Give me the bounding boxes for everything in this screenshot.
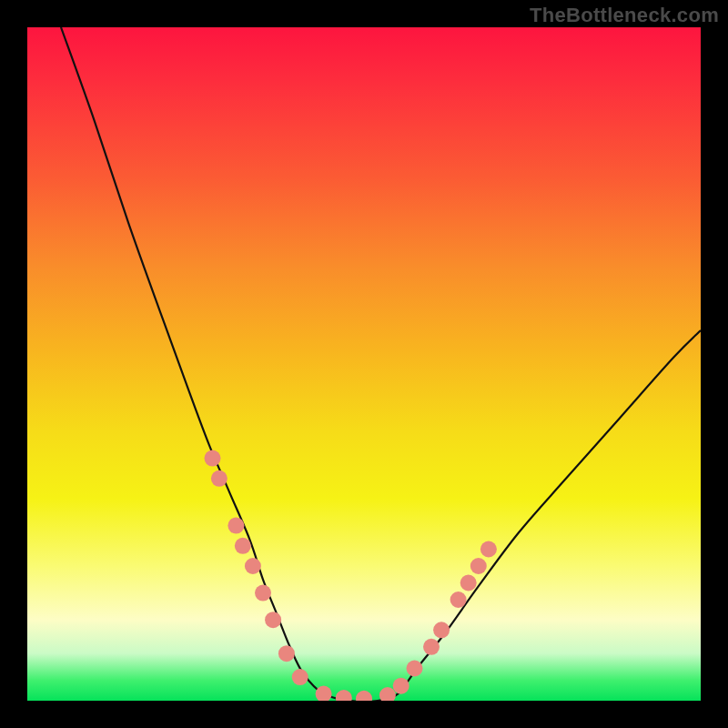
curve-marker [205,450,221,467]
curve-marker [336,690,352,701]
curve-marker [480,541,497,558]
curve-marker [433,622,450,638]
curve-marker [450,592,467,608]
curve-marker [292,669,308,685]
curve-marker [356,691,372,701]
curve-marker [235,538,251,554]
curve-marker [407,661,423,677]
curve-marker [255,585,271,602]
curve-marker [245,558,261,574]
curve-marker [460,575,477,592]
curve-markers [27,27,701,701]
curve-marker [265,612,281,628]
curve-marker [470,558,487,574]
curve-marker [211,470,228,487]
curve-marker [228,518,244,534]
curve-marker [393,678,410,694]
curve-marker [278,645,295,662]
curve-marker [316,686,332,701]
curve-marker [423,639,440,655]
watermark-text: TheBottleneck.com [530,4,719,27]
curve-marker [379,687,396,701]
chart-stage: TheBottleneck.com [0,0,728,728]
plot-area [27,27,701,701]
